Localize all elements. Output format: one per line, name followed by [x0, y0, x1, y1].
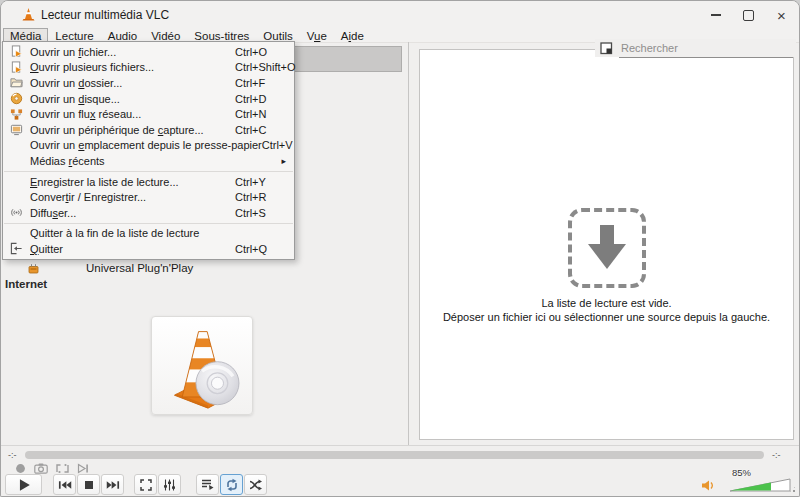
- shortcut: Ctrl+Q: [235, 243, 294, 255]
- quit-icon: [3, 242, 30, 255]
- submenu-arrow-icon: ▸: [281, 156, 286, 166]
- sidebar-group-internet[interactable]: Internet: [5, 278, 47, 290]
- menu-item-open-disc[interactable]: Ouvrir un disque... Ctrl+D: [3, 91, 294, 107]
- shortcut: Ctrl+F: [235, 77, 294, 89]
- next-icon: [106, 480, 120, 490]
- upnp-icon: [27, 262, 40, 275]
- minimize-icon: [711, 14, 721, 15]
- loop-a-b-icon: [56, 463, 69, 474]
- open-folder-icon: [3, 76, 30, 89]
- vlc-cone-artwork: [158, 323, 246, 409]
- camera-icon: [34, 463, 48, 474]
- shortcut: Ctrl+V: [262, 139, 294, 151]
- menu-item-open-clipboard-location[interactable]: Ouvrir un emplacement depuis le presse-p…: [3, 138, 294, 154]
- playlist-search-row: [595, 39, 796, 57]
- album-art-placeholder: [151, 316, 253, 415]
- vlc-cone-icon: [21, 7, 36, 22]
- menu-item-open-network-stream[interactable]: Ouvrir un flux réseau... Ctrl+N: [3, 106, 294, 122]
- window-title: Lecteur multimédia VLC: [41, 8, 169, 22]
- open-file-icon: [3, 45, 30, 58]
- empty-playlist-line2: Déposer un fichier ici ou sélectionner u…: [419, 310, 794, 324]
- maximize-button[interactable]: [732, 1, 765, 29]
- menu-item-quit-at-end[interactable]: Quitter à la fin de la liste de lecture: [3, 226, 294, 242]
- menu-vue[interactable]: Vue: [300, 28, 334, 44]
- volume-slider[interactable]: [729, 478, 791, 492]
- titlebar[interactable]: Lecteur multimédia VLC ×: [1, 1, 799, 29]
- playlist-icon: [201, 478, 214, 491]
- media-menu-dropdown: Ouvrir un fichier... Ctrl+O Ouvrir plusi…: [2, 41, 295, 260]
- empty-playlist-line1: La liste de lecture est vide.: [419, 296, 794, 310]
- close-button[interactable]: ×: [765, 1, 798, 29]
- vlc-window: Lecteur multimédia VLC × Média Lecture A…: [0, 0, 800, 497]
- frame-step-icon: [77, 463, 89, 474]
- volume-percentage: 85%: [732, 467, 751, 478]
- record-button[interactable]: [13, 462, 27, 474]
- loop-a-b-button[interactable]: [55, 462, 69, 474]
- maximize-icon: [743, 10, 754, 21]
- search-input[interactable]: [619, 39, 793, 58]
- seek-bar[interactable]: [25, 451, 764, 459]
- drop-zone[interactable]: [568, 208, 646, 288]
- time-total: -:-: [772, 450, 781, 460]
- stop-icon: [84, 480, 94, 490]
- menu-item-quit[interactable]: Quitter Ctrl+Q: [3, 241, 294, 257]
- menu-item-open-folder[interactable]: Ouvrir un dossier... Ctrl+F: [3, 75, 294, 91]
- menu-separator: [4, 223, 293, 224]
- sidebar-item-label: Universal Plug'n'Play: [86, 262, 193, 274]
- shortcut: Ctrl+Shift+O: [235, 61, 296, 73]
- menu-aide[interactable]: Aide: [334, 28, 371, 44]
- previous-button[interactable]: [53, 474, 76, 495]
- snapshot-button[interactable]: [34, 462, 48, 474]
- loop-icon: [225, 478, 239, 492]
- open-file-icon: [3, 61, 30, 74]
- broadcast-icon: [3, 206, 30, 219]
- network-icon: [3, 108, 30, 121]
- time-elapsed: -:-: [8, 450, 17, 460]
- open-disc-icon: [3, 92, 30, 105]
- sidebar-divider: [408, 42, 409, 445]
- shortcut: Ctrl+D: [235, 93, 294, 105]
- change-view-button[interactable]: [597, 40, 615, 56]
- change-view-icon: [600, 42, 613, 55]
- menu-item-stream[interactable]: Diffuser... Ctrl+S: [3, 205, 294, 221]
- shortcut: Ctrl+C: [235, 124, 294, 136]
- menu-item-convert-save[interactable]: Convertir / Enregistrer... Ctrl+R: [3, 189, 294, 205]
- menu-item-recent-media[interactable]: Médias récents ▸: [3, 153, 294, 169]
- stop-button[interactable]: [77, 474, 100, 495]
- shortcut: Ctrl+S: [235, 207, 294, 219]
- menu-item-open-multiple-files[interactable]: Ouvrir plusieurs fichiers... Ctrl+Shift+…: [3, 60, 294, 76]
- controls-bar: -:- -:-: [1, 445, 799, 496]
- fullscreen-button[interactable]: [134, 474, 157, 495]
- shortcut: Ctrl+R: [235, 191, 294, 203]
- minimize-button[interactable]: [699, 1, 732, 29]
- extended-settings-button[interactable]: [158, 474, 181, 495]
- speaker-icon: [701, 479, 715, 492]
- advanced-controls: [13, 462, 90, 474]
- close-icon: ×: [777, 8, 786, 23]
- shortcut: Ctrl+N: [235, 108, 294, 120]
- fullscreen-icon: [140, 479, 152, 491]
- capture-device-icon: [3, 123, 30, 136]
- play-button[interactable]: [5, 474, 42, 495]
- random-button[interactable]: [244, 474, 267, 495]
- menu-item-open-capture-device[interactable]: Ouvrir un périphérique de capture... Ctr…: [3, 122, 294, 138]
- menu-item-open-file[interactable]: Ouvrir un fichier... Ctrl+O: [3, 44, 294, 60]
- menu-item-save-playlist[interactable]: Enregistrer la liste de lecture... Ctrl+…: [3, 174, 294, 190]
- shuffle-icon: [249, 479, 262, 491]
- play-icon: [17, 478, 31, 492]
- empty-playlist-message: La liste de lecture est vide. Déposer un…: [419, 296, 794, 324]
- download-arrow-icon: [587, 225, 627, 271]
- sidebar-item-upnp[interactable]: Universal Plug'n'Play: [1, 260, 291, 277]
- shortcut: Ctrl+Y: [235, 176, 294, 188]
- shortcut: Ctrl+O: [235, 46, 294, 58]
- equalizer-icon: [163, 479, 176, 491]
- next-button[interactable]: [101, 474, 124, 495]
- menu-separator: [4, 171, 293, 172]
- record-icon: [15, 463, 26, 474]
- loop-button[interactable]: [220, 474, 243, 495]
- playlist-toggle-button[interactable]: [196, 474, 219, 495]
- frame-by-frame-button[interactable]: [76, 462, 90, 474]
- previous-icon: [58, 480, 72, 490]
